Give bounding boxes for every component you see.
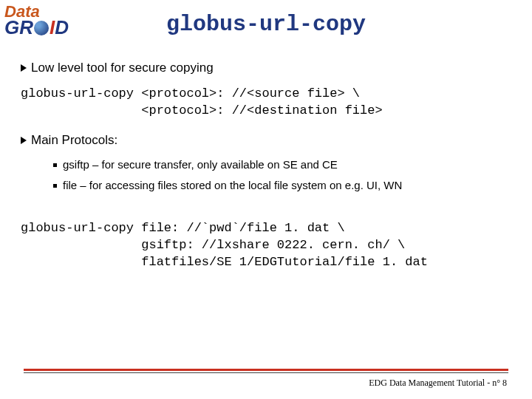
slide: Data GRID globus-url-copy Low level tool… [0, 0, 532, 399]
code-2-line-3: flatfiles/SE 1/EDGTutorial/file 1. dat [21, 255, 428, 269]
triangle-bullet-icon [21, 64, 27, 72]
sub-bullet-1: gsiftp – for secure transfer, only avail… [53, 158, 519, 171]
sub-bullet-list: gsiftp – for secure transfer, only avail… [53, 158, 519, 192]
square-bullet-icon [53, 163, 57, 167]
slide-content: Low level tool for secure copying globus… [21, 61, 519, 284]
bullet-2: Main Protocols: [21, 133, 519, 148]
triangle-bullet-icon [21, 137, 27, 144]
square-bullet-icon [53, 184, 57, 188]
code-block-2: globus-url-copy file: //`pwd`/file 1. da… [21, 220, 519, 271]
slide-title: globus-url-copy [0, 12, 532, 37]
footer-divider-thin [24, 372, 508, 373]
footer-divider [24, 369, 508, 371]
code-2-line-1: globus-url-copy file: //`pwd`/file 1. da… [21, 221, 345, 235]
sub-bullet-1-text: gsiftp – for secure transfer, only avail… [63, 158, 338, 171]
code-block-1: globus-url-copy <protocol>: //<source fi… [21, 86, 519, 120]
bullet-2-text: Main Protocols: [31, 133, 117, 148]
footer-label: EDG Data Management Tutorial - n° 8 [369, 378, 507, 389]
bullet-1: Low level tool for secure copying [21, 61, 519, 75]
bullet-1-text: Low level tool for secure copying [31, 61, 214, 75]
sub-bullet-2: file – for accessing files stored on the… [53, 179, 519, 192]
code-2-line-2: gsiftp: //lxshare 0222. cern. ch/ \ [21, 238, 405, 252]
sub-bullet-2-text: file – for accessing files stored on the… [63, 179, 402, 192]
code-1-line-1: globus-url-copy <protocol>: //<source fi… [21, 86, 360, 100]
code-1-line-2: <protocol>: //<destination file> [21, 103, 383, 117]
